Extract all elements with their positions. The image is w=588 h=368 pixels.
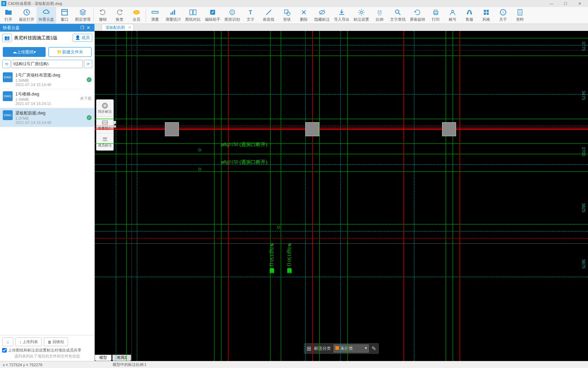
toolbar-find-button[interactable]: 文字查找 [388, 7, 408, 24]
svg-rect-7 [172, 11, 173, 15]
edit-icon [209, 8, 216, 16]
compare-icon [189, 8, 197, 16]
toolbar-hide-button[interactable]: 隐藏标注 [312, 7, 332, 24]
upload-list-button[interactable]: ↕ 上传列表 [15, 337, 42, 346]
delete-icon [300, 8, 308, 16]
toolbar-text-button[interactable]: T文字 [242, 7, 259, 24]
home-button[interactable]: ⌂ [2, 337, 13, 346]
hide-icon [318, 8, 326, 16]
svg-line-24 [399, 13, 400, 15]
toolbar-edit-button[interactable]: 编辑助手 [203, 7, 222, 24]
toolbar-support-button[interactable]: 客服 [461, 7, 478, 24]
panel-restore-button[interactable]: ❐ [79, 25, 85, 30]
svg-text:1:1: 1:1 [378, 13, 381, 16]
structural-column [305, 122, 319, 136]
toolbar-import-button[interactable]: 导入导出 [332, 7, 352, 24]
dimension-text: 3775 [581, 41, 586, 51]
stats-icon [169, 8, 177, 16]
drawing-canvas[interactable]: 同步标注 查看照片 成员标注 ◀ ⊞ 标注分类 未分类 ▾ [95, 31, 588, 361]
members-button[interactable]: 👤 成员 [73, 34, 92, 42]
layout1-tab[interactable]: 布局1 [112, 355, 131, 361]
window-icon [61, 8, 68, 16]
close-button[interactable]: ✕ [573, 0, 587, 7]
svg-point-17 [287, 12, 290, 15]
recycle-bin-button[interactable]: 🗑 回收站 [44, 337, 68, 346]
text-icon: T [247, 8, 254, 16]
toolbar-settings-button[interactable]: 标注设置 [352, 7, 371, 24]
toolbar-delete-button[interactable]: 删除 [295, 7, 312, 24]
coord-readout: x = 727524 y = 752278 [3, 363, 42, 367]
app-title: CAD快速看图 - 梁板配筋图.dwg [8, 1, 62, 6]
share-checkbox[interactable] [2, 348, 7, 353]
toolbar-rotate-button[interactable]: 屏幕旋转 [408, 7, 427, 24]
classify-select[interactable]: 未分类 ▾ [334, 344, 369, 353]
dimension-text: 3675 [581, 259, 586, 269]
grid-marker [277, 226, 280, 229]
rotate-icon [414, 8, 421, 16]
toolbar-about-button[interactable]: i关于 [495, 7, 512, 24]
svg-rect-33 [484, 13, 486, 15]
nav-back-button[interactable]: ⟲ [2, 60, 11, 68]
svg-rect-29 [467, 13, 468, 14]
file-item[interactable]: DWG1号厂房墙柱布置图.dwg1.04MB2021-07-14 15:14:4… [0, 70, 94, 89]
svg-text:i: i [502, 10, 503, 14]
vip-icon: VIP [133, 8, 140, 16]
document-tabbar: 梁板配筋图 ✕ [95, 24, 588, 31]
cloud-disk-panel: 快看云盘 ❐ ✕ 👥 奥尼科技园施工图1版 👤 成员 ☁ 上传图纸 ▾ 📁 新建… [0, 24, 95, 361]
toolbar-window-button[interactable]: 窗口 [56, 7, 73, 24]
project-row: 👥 奥尼科技园施工图1版 👤 成员 [0, 32, 94, 44]
toolbar-undo-button[interactable]: 撤销 [94, 7, 111, 24]
toolbar-shape-button[interactable]: 形状 [279, 7, 295, 24]
toolbar-stats-button[interactable]: 测量统计 [163, 7, 183, 24]
clock-icon [23, 8, 31, 16]
rebar-annotation: ⌀8@150 (遇洞口断开) [286, 242, 292, 266]
svg-rect-6 [171, 13, 172, 15]
toolbar-line-button[interactable]: 画直线 [259, 7, 279, 24]
toolbar-compare-button[interactable]: 图纸对比 [183, 7, 203, 24]
toolbar-cloud-button[interactable]: 快看云盘 [36, 7, 56, 24]
view-photo-button[interactable]: 查看照片 [96, 117, 113, 133]
toolbar-print-button[interactable]: 打印 [427, 7, 444, 24]
toolbar-vip-button[interactable]: VIP会员 [128, 7, 145, 24]
undo-icon [99, 8, 107, 16]
new-folder-button[interactable]: 📁 新建文件夹 [48, 47, 92, 57]
refresh-button[interactable]: ⟳ [84, 60, 92, 68]
file-item[interactable]: DWG梁板配筋图.dwg1.07MB2021-07-14 15:14:49✓ [0, 108, 94, 127]
upload-drawing-button[interactable]: ☁ 上传图纸 ▾ [3, 47, 46, 57]
toolbar-docs-button[interactable]: 资料 [512, 7, 528, 24]
toolbar-scale-button[interactable]: A:B1:1比例 [371, 7, 388, 24]
grid-icon[interactable]: ⊞ [307, 345, 311, 352]
panel-bottom: ⌂ ↕ 上传列表 🗑 回收站 上传图纸和标注后设置标注对项目成员共享 该列表列出… [0, 335, 94, 361]
toolbar-account-button[interactable]: 账号 [444, 7, 461, 24]
tab-close-icon[interactable]: ✕ [128, 25, 131, 30]
grid-marker [198, 168, 201, 171]
file-item[interactable]: DWG1号楼梯.dwg1.94MB2021-07-14 15:24:11未下载 [0, 89, 94, 108]
minimize-button[interactable]: — [544, 0, 559, 7]
sync-annotation-button[interactable]: 同步标注 [96, 100, 113, 117]
model-tab[interactable]: 模型 [95, 355, 112, 361]
cloud-icon [42, 8, 50, 16]
maximize-button[interactable]: ☐ [559, 0, 573, 7]
svg-rect-8 [174, 10, 175, 15]
member-annotation-button[interactable]: 成员标注 [96, 133, 113, 150]
shape-icon [283, 8, 291, 16]
toolbar-layers-button[interactable]: 图层管理 [73, 7, 93, 24]
edit-classify-icon[interactable]: ✎ [372, 345, 376, 352]
project-icon[interactable]: 👥 [2, 34, 12, 42]
toolbar-recognize-button[interactable]: 图形识别 [222, 7, 242, 24]
line-icon [265, 8, 273, 16]
toolbar-folder-button[interactable]: 打开 [0, 7, 17, 24]
statusbar: x = 727524 y = 752278 模型中的标注比例:1 [0, 361, 588, 368]
toolbar-clock-button[interactable]: 最近打开 [17, 7, 36, 24]
toolbar-style-button[interactable]: 风格 [478, 7, 495, 24]
toolbar-redo-button[interactable]: 恢复 [111, 7, 128, 24]
panel-close-button[interactable]: ✕ [85, 25, 92, 30]
rebar-annotation: ⌀8@150 (遇洞口断开) [221, 142, 267, 148]
import-icon [338, 8, 346, 16]
redo-icon [116, 8, 123, 16]
classify-label: 标注分类 [314, 346, 331, 351]
path-input[interactable]: \结构\1号厂房结构\ [12, 60, 83, 68]
toolbar-ruler-button[interactable]: 测量 [147, 7, 163, 24]
svg-line-15 [266, 10, 271, 15]
document-tab[interactable]: 梁板配筋图 ✕ [102, 24, 134, 31]
